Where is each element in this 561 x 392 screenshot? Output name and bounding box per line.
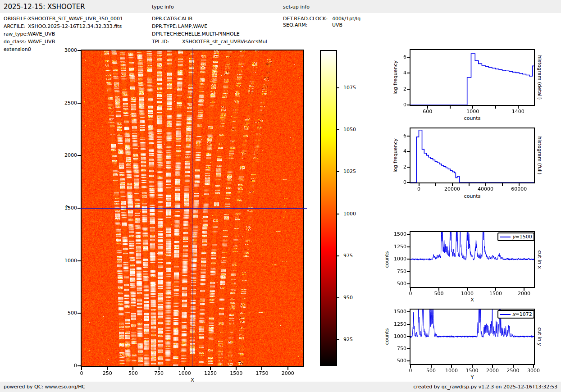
x-tick (450, 106, 451, 109)
x-tick-label: 750 (146, 370, 173, 376)
x-tick (159, 367, 160, 370)
x-tick-label: 2000 (511, 291, 538, 296)
cut-x-title: cut in x (537, 251, 543, 269)
x-tick-label: 0 (397, 291, 424, 296)
colorbar-tick (337, 171, 339, 172)
colorbar-tick-label: 975 (343, 253, 353, 259)
y-tick (407, 336, 410, 337)
legend-line-icon (500, 237, 511, 237)
y-tick (407, 259, 410, 260)
cut-x-xlabel: X (470, 297, 474, 303)
hist-detail-title: histogram (detail) (537, 55, 543, 100)
y-tick (407, 57, 410, 58)
x-tick-label: 1500 (482, 291, 509, 296)
x-tick-label: 1750 (248, 370, 275, 376)
y-tick-label: 4 (384, 70, 406, 76)
y-tick (78, 260, 81, 261)
meta-label: extension: (4, 46, 29, 52)
y-tick-label: 1000 (384, 256, 406, 262)
y-tick (407, 348, 410, 349)
colorbar-tick-label: 1000 (343, 211, 356, 217)
x-tick-label: 1500 (223, 370, 250, 376)
y-tick (407, 151, 410, 152)
y-tick (407, 105, 410, 105)
meta-label: SEQ.ARM: (283, 22, 307, 28)
y-tick-label: 1500 (384, 231, 406, 237)
x-tick (81, 367, 82, 370)
x-tick-label: 1000 (171, 370, 198, 376)
meta-label: ORIGFILE: (4, 16, 28, 22)
x-tick (184, 367, 185, 370)
meta-label: DPR.TYPE: (152, 23, 178, 29)
x-tick (107, 367, 108, 370)
meta-value: 400k/1pt/lg (332, 16, 360, 22)
x-tick (502, 183, 503, 186)
footer-left: powered by QC: www.eso.org/HC (4, 384, 85, 390)
x-tick-label: 60000 (506, 186, 533, 192)
y-tick (78, 50, 81, 51)
y-tick (78, 313, 81, 314)
meta-value: 0 (28, 46, 31, 52)
y-tick (407, 311, 410, 312)
colorbar-tick (337, 255, 339, 256)
meta-label: ARCFILE: (4, 23, 26, 29)
crosshair-horizontal (80, 208, 307, 209)
y-tick-label: 2 (384, 86, 406, 92)
y-tick-label: 1000 (55, 258, 77, 264)
page-title: 2025-12-15: XSHOOTER (4, 3, 85, 11)
y-tick-label: 2500 (55, 100, 77, 106)
x-tick (495, 106, 496, 109)
y-tick-label: 500 (384, 281, 406, 287)
y-tick (78, 103, 81, 104)
y-tick (407, 271, 410, 272)
y-tick (407, 167, 410, 168)
cut-y-xlabel: Y (471, 374, 474, 380)
y-tick-label: 6 (384, 133, 406, 139)
x-tick-label: 1250 (197, 370, 224, 376)
y-tick-label: 500 (55, 310, 77, 316)
colorbar-tick (337, 129, 339, 130)
y-tick-label: 0 (384, 179, 406, 185)
meta-value: LAMP,WAVE (178, 23, 207, 29)
colorbar-tick-label: 1025 (343, 169, 356, 174)
x-tick (210, 367, 211, 370)
x-tick-label: 500 (425, 291, 452, 296)
meta-label: DPR.CATG: (152, 16, 178, 22)
y-tick (407, 246, 410, 247)
y-tick-label: 0 (384, 102, 406, 108)
y-tick-label: 0 (55, 363, 77, 369)
hist_full-canvas (410, 128, 534, 182)
qc-report-page: 2025-12-15: XSHOOTER type info set-up in… (0, 0, 561, 392)
x-tick-label: 1400 (505, 109, 532, 114)
legend-label: x=1072 (512, 311, 532, 317)
legend-label: y=1500 (512, 234, 532, 240)
y-tick-label: 500 (384, 358, 406, 364)
meta-label: TPL.ID: (152, 39, 169, 45)
meta-label: DPR.TECH: (152, 31, 178, 37)
meta-value: ECHELLE,MULTI-PINHOLE (178, 31, 240, 37)
y-tick (407, 136, 410, 137)
y-tick (78, 365, 81, 366)
y-tick-label: 750 (384, 346, 406, 351)
crosshair-vertical (192, 48, 192, 366)
y-tick-label: 1250 (384, 244, 406, 250)
meta-label: do_class: (4, 39, 26, 45)
x-tick-label: 250 (94, 370, 121, 376)
y-tick (407, 73, 410, 73)
x-tick-label: 1000 (459, 109, 486, 114)
y-tick (407, 234, 410, 235)
colorbar (320, 50, 337, 366)
y-tick (407, 360, 410, 361)
colorbar-tick (337, 87, 339, 88)
cut-y-title: cut in y (537, 328, 543, 346)
y-tick-label: 750 (384, 269, 406, 274)
colorbar-tick-label: 950 (343, 295, 353, 301)
x-tick (132, 367, 133, 370)
x-tick-label: 1000 (454, 291, 481, 296)
x-tick (287, 367, 288, 370)
y-tick-label: 6 (384, 54, 406, 60)
hist-full-title: histogram (full) (537, 137, 543, 175)
x-tick-label: 500 (119, 370, 146, 376)
meta-value: WAVE_UVB (28, 39, 55, 45)
setup-info-heading: set-up info (283, 4, 310, 10)
